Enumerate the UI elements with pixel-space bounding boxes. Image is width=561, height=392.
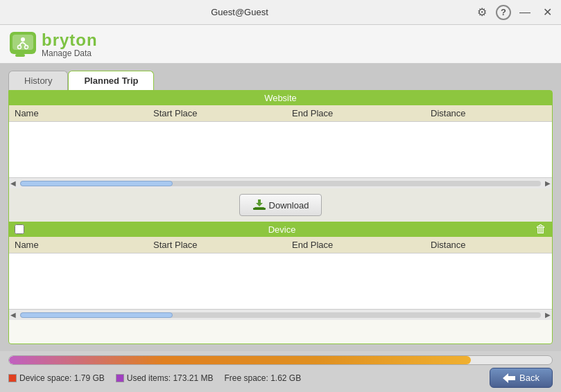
main-panel: Website Name Start Place End Place Dista… — [8, 90, 553, 344]
download-icon — [252, 198, 266, 212]
device-scroll-right-arrow[interactable]: ▶ — [545, 311, 551, 319]
device-space-color — [8, 374, 17, 382]
device-section: Device 🗑 Name Start Place End Place Dist… — [9, 222, 552, 320]
col-distance-website: Distance — [431, 108, 546, 118]
back-label: Back — [519, 373, 540, 383]
device-scrollbar[interactable]: ◀ ▶ — [9, 309, 552, 320]
title-bar: Guest@Guest ⚙ ? — ✕ — [0, 0, 561, 25]
svg-marker-10 — [503, 373, 515, 383]
trash-icon[interactable]: 🗑 — [535, 223, 546, 235]
used-items-label: Used items: 173.21 MB — [127, 373, 214, 383]
website-section-header: Website — [9, 91, 552, 105]
bottom-bar: Device space: 1.79 GB Used items: 173.21… — [0, 351, 561, 392]
tab-planned-trip[interactable]: Planned Trip — [68, 71, 154, 90]
svg-marker-8 — [256, 199, 263, 206]
device-table-header: Name Start Place End Place Distance — [9, 237, 552, 253]
download-area: Download — [9, 188, 552, 222]
svg-point-4 — [21, 37, 25, 42]
svg-rect-9 — [253, 208, 266, 210]
close-icon[interactable]: ✕ — [539, 4, 555, 21]
scrollbar-track — [20, 181, 541, 186]
device-scroll-left-arrow[interactable]: ◀ — [10, 311, 16, 319]
brand-name: bryton — [42, 32, 98, 48]
col-start-website: Start Place — [153, 108, 292, 118]
main-content: History Planned Trip Website Name Start … — [0, 64, 561, 351]
bryton-logo-icon — [8, 30, 37, 60]
website-table-header: Name Start Place End Place Distance — [9, 105, 552, 122]
website-section: Website Name Start Place End Place Dista… — [9, 91, 552, 188]
device-space-item: Device space: 1.79 GB — [8, 373, 105, 383]
back-button[interactable]: Back — [490, 368, 553, 388]
settings-icon[interactable]: ⚙ — [474, 4, 490, 21]
device-section-title: Device — [28, 224, 535, 235]
back-arrow-icon — [503, 373, 515, 383]
device-scrollbar-track — [20, 312, 541, 318]
minimize-icon[interactable]: — — [517, 4, 533, 21]
col-start-device: Start Place — [153, 240, 292, 250]
col-distance-device: Distance — [431, 240, 546, 250]
storage-progress-bar — [8, 355, 553, 365]
download-button[interactable]: Download — [239, 194, 322, 216]
tab-history[interactable]: History — [8, 71, 68, 90]
website-table-body — [9, 122, 552, 177]
scroll-right-arrow[interactable]: ▶ — [545, 179, 551, 187]
col-name-website: Name — [15, 108, 153, 118]
scroll-left-arrow[interactable]: ◀ — [10, 179, 16, 187]
user-label: Guest@Guest — [6, 7, 474, 17]
device-section-header: Device 🗑 — [9, 222, 552, 237]
device-space-label: Device space: 1.79 GB — [19, 373, 105, 383]
svg-rect-2 — [15, 54, 25, 57]
device-table-body — [9, 253, 552, 309]
app-header: bryton Manage Data — [0, 25, 561, 64]
progress-bar-fill — [9, 356, 471, 364]
download-label: Download — [269, 200, 309, 211]
help-icon[interactable]: ? — [496, 5, 511, 20]
storage-info-row: Device space: 1.79 GB Used items: 173.21… — [8, 368, 553, 388]
free-space-label: Free space: 1.62 GB — [224, 373, 301, 383]
used-items-item: Used items: 173.21 MB — [116, 373, 214, 383]
device-scrollbar-thumb[interactable] — [20, 312, 173, 318]
website-scrollbar[interactable]: ◀ ▶ — [9, 177, 552, 188]
col-end-device: End Place — [292, 240, 431, 250]
col-end-website: End Place — [292, 108, 431, 118]
used-items-color — [116, 374, 124, 382]
scrollbar-thumb[interactable] — [20, 181, 173, 186]
device-select-all-checkbox[interactable] — [15, 224, 24, 234]
col-name-device: Name — [15, 240, 153, 250]
app-subtitle: Manage Data — [42, 48, 98, 58]
tab-bar: History Planned Trip — [8, 71, 553, 90]
free-space-item: Free space: 1.62 GB — [224, 373, 301, 383]
storage-info: Device space: 1.79 GB Used items: 173.21… — [8, 373, 301, 383]
